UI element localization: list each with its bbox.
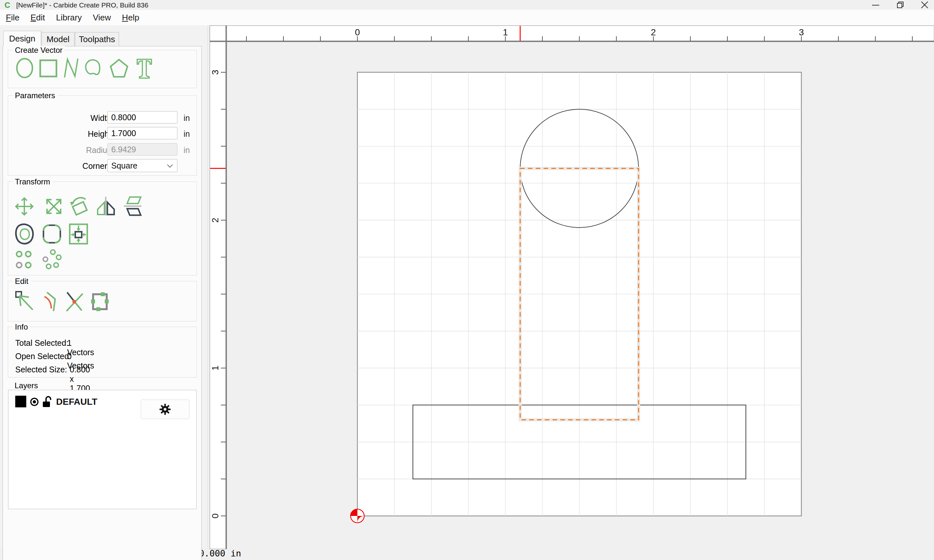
chevron-down-icon [167, 164, 173, 168]
circle-tool-button[interactable] [15, 57, 35, 79]
layer-settings-button[interactable] [141, 400, 190, 419]
edit-group: Edit [8, 281, 197, 322]
offset-icon [14, 222, 35, 246]
ruler-number: 1 [503, 27, 508, 37]
circular-array-icon [41, 249, 62, 270]
mirror-icon [95, 195, 117, 217]
polygon-tool-icon [109, 57, 129, 79]
info-selected-size: Selected Size:0.800 x 1.700 [15, 365, 67, 374]
scale-icon [43, 195, 64, 217]
title-bar: C [NewFile]* - Carbide Create PRO, Build… [0, 0, 934, 10]
menu-edit[interactable]: Edit [31, 12, 45, 23]
layer-color-swatch[interactable] [15, 396, 26, 408]
rectangle-tool-button[interactable] [38, 57, 59, 79]
design-canvas[interactable]: 01230123 [208, 25, 934, 553]
mirror-tool-button[interactable] [95, 195, 117, 217]
linear-array-tool-button[interactable] [15, 250, 34, 270]
design-panel: Design Model Toolpaths Create Vector Par… [0, 25, 208, 548]
text-tool-icon [135, 57, 153, 79]
ruler-number: 0 [210, 513, 220, 518]
layer-visibility-toggle[interactable] [29, 397, 40, 408]
transform-group: Transform [8, 182, 197, 275]
tab-model[interactable]: Model [42, 32, 75, 46]
height-input[interactable] [107, 127, 177, 139]
ruler-number: 3 [210, 70, 220, 75]
corners-label: Corners [82, 162, 111, 171]
polyline-tool-button[interactable] [63, 57, 79, 79]
polyline-tool-icon [63, 57, 79, 79]
tab-design[interactable]: Design [3, 31, 41, 46]
move-tool-button[interactable] [14, 195, 35, 217]
close-icon [920, 1, 929, 9]
minimize-icon [871, 1, 880, 9]
radius-unit: in [183, 146, 190, 155]
menu-library[interactable]: Library [56, 12, 82, 23]
curve-tool-button[interactable] [82, 57, 102, 79]
parameters-group: Parameters Width in Height in Radius in … [8, 95, 197, 175]
circle-tool-icon [15, 57, 35, 79]
create-vector-group: Create Vector [8, 50, 197, 88]
node-edit-tool-button[interactable] [14, 290, 35, 313]
linear-array-icon [15, 250, 34, 270]
layers-group: Layers DEFAULT [8, 386, 197, 514]
polygon-tool-button[interactable] [109, 57, 129, 79]
ruler-number: 2 [651, 27, 656, 37]
resize-handles-tool-button[interactable] [89, 290, 111, 313]
restore-icon [896, 1, 905, 9]
trim-vectors-tool-button[interactable] [39, 290, 61, 313]
width-unit: in [183, 114, 190, 123]
eye-icon [29, 397, 40, 407]
curve-tool-icon [82, 57, 102, 79]
round-corners-tool-button[interactable] [41, 222, 63, 246]
menu-file[interactable]: File [6, 12, 20, 23]
edit-title: Edit [13, 277, 31, 286]
height-unit: in [183, 129, 190, 139]
rotate-tool-button[interactable] [69, 195, 91, 217]
ruler-number: 1 [210, 366, 220, 371]
gear-icon [159, 403, 171, 415]
window-title: [NewFile]* - Carbide Create PRO, Build 8… [16, 1, 148, 9]
menu-bar: File Edit Library View Help [0, 10, 934, 26]
offset-tool-button[interactable] [14, 222, 35, 246]
layers-title: Layers [12, 381, 40, 390]
round-corners-icon [41, 222, 63, 246]
resize-handles-icon [89, 290, 111, 313]
trim-vectors-icon [39, 290, 61, 313]
vertical-ruler [210, 26, 226, 549]
menu-help[interactable]: Help [122, 12, 139, 23]
app-logo-icon: C [5, 1, 10, 10]
tab-toolpaths[interactable]: Toolpaths [75, 32, 119, 46]
width-input[interactable] [107, 111, 177, 123]
ruler-number: 0 [355, 27, 360, 37]
node-edit-icon [14, 290, 35, 313]
join-vectors-tool-button[interactable] [64, 290, 85, 313]
corners-select[interactable]: Square [107, 159, 177, 172]
horizontal-ruler [210, 26, 934, 41]
text-tool-button[interactable] [135, 57, 153, 79]
info-group: Info Total Selected:1 Vectors Open Selec… [8, 327, 197, 377]
nest-tool-button[interactable] [68, 222, 89, 246]
close-button[interactable] [911, 0, 934, 10]
menu-view[interactable]: View [93, 12, 111, 23]
nest-icon [68, 222, 89, 246]
rotate-icon [69, 195, 91, 217]
create-vector-title: Create Vector [13, 46, 65, 55]
move-icon [14, 195, 35, 217]
info-total-selected: Total Selected:1 Vectors [15, 338, 68, 348]
rectangle-tool-icon [38, 57, 59, 79]
layer-lock-toggle[interactable] [42, 395, 52, 410]
flip-tool-button[interactable] [121, 195, 143, 217]
info-open-selected: Open Selected:0 Vectors [15, 352, 71, 361]
transform-title: Transform [13, 177, 52, 186]
unlock-icon [42, 395, 52, 408]
layer-name[interactable]: DEFAULT [56, 397, 97, 407]
layer-list: DEFAULT [8, 390, 197, 509]
scale-tool-button[interactable] [43, 195, 64, 217]
minimize-button[interactable] [862, 0, 889, 10]
circular-array-tool-button[interactable] [41, 249, 62, 270]
ruler-number: 2 [210, 218, 220, 223]
flip-icon [121, 195, 143, 217]
radius-input [107, 143, 177, 155]
info-title: Info [13, 323, 30, 332]
join-vectors-icon [64, 290, 85, 313]
